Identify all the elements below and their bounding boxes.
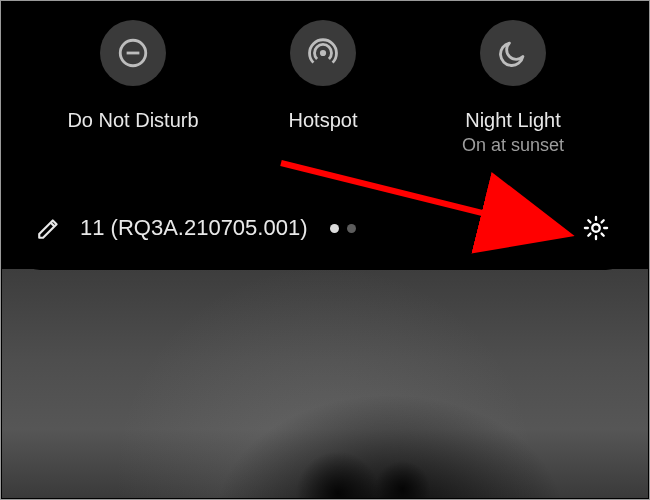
hotspot-icon: [290, 20, 356, 86]
tile-hotspot[interactable]: Hotspot: [238, 20, 408, 156]
screenshot-frame: Do Not Disturb Hotspot: [0, 0, 650, 500]
wallpaper: [2, 269, 648, 498]
quick-settings-panel: Do Not Disturb Hotspot: [12, 2, 634, 270]
page-indicator[interactable]: [330, 224, 356, 233]
tile-label: Night Light: [465, 108, 561, 133]
page-dot-2: [347, 224, 356, 233]
tile-label: Hotspot: [289, 108, 358, 133]
settings-gear-icon[interactable]: [582, 214, 610, 242]
panel-footer: 11 (RQ3A.210705.001): [12, 208, 634, 248]
edit-icon[interactable]: [36, 215, 62, 241]
do-not-disturb-icon: [100, 20, 166, 86]
build-text: 11 (RQ3A.210705.001): [80, 215, 308, 241]
tile-do-not-disturb[interactable]: Do Not Disturb: [48, 20, 218, 156]
tile-label: Do Not Disturb: [67, 108, 198, 133]
svg-point-4: [592, 224, 599, 231]
tile-sublabel: On at sunset: [462, 135, 564, 156]
night-light-icon: [480, 20, 546, 86]
quick-settings-tiles-row: Do Not Disturb Hotspot: [30, 20, 616, 156]
svg-line-3: [51, 223, 55, 227]
page-dot-1: [330, 224, 339, 233]
svg-point-2: [320, 50, 326, 56]
tile-night-light[interactable]: Night Light On at sunset: [428, 20, 598, 156]
